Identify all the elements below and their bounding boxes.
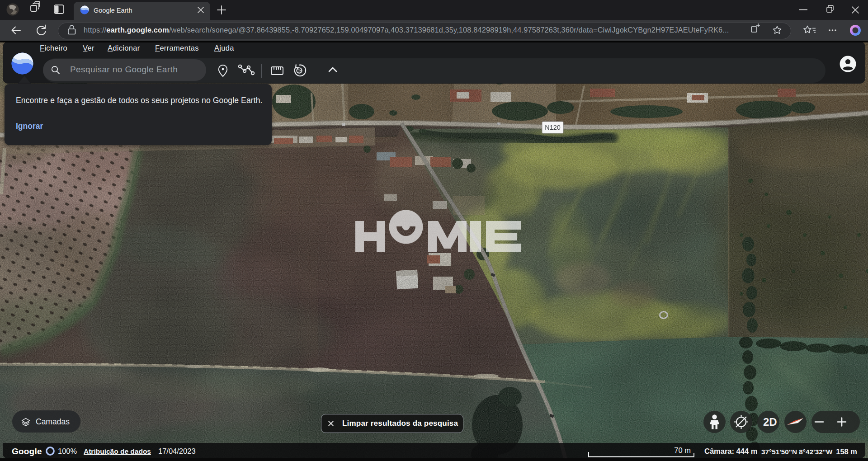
svg-text:Google: Google <box>12 447 42 456</box>
svg-text:17/04/2023: 17/04/2023 <box>158 447 196 455</box>
svg-text:158 m: 158 m <box>836 447 857 456</box>
svg-text:N120: N120 <box>545 124 561 131</box>
svg-text:100%: 100% <box>58 447 77 455</box>
svg-text:Google Earth: Google Earth <box>94 7 132 14</box>
svg-text:Atribuição de dados: Atribuição de dados <box>84 447 151 455</box>
svg-text:70 m: 70 m <box>674 446 691 454</box>
svg-text:37°51'50"N 8°42'32"W: 37°51'50"N 8°42'32"W <box>761 448 833 456</box>
svg-text:Câmara: 444 m: Câmara: 444 m <box>704 447 757 455</box>
svg-text:2D: 2D <box>763 416 777 428</box>
